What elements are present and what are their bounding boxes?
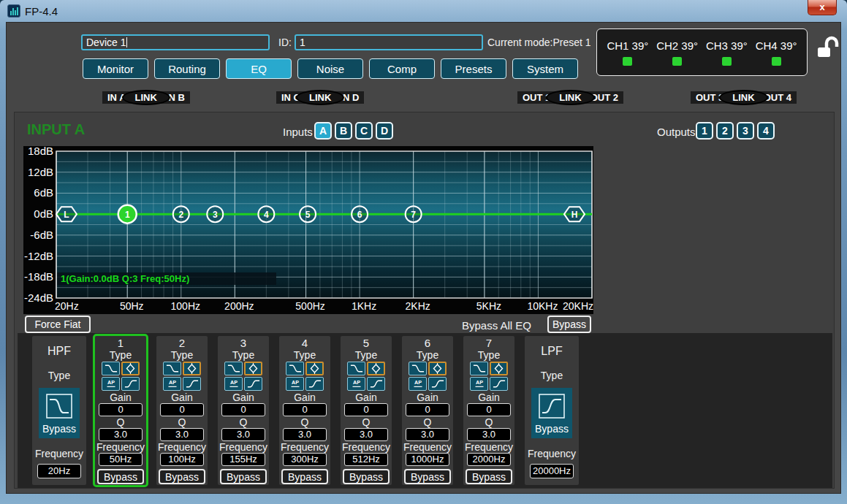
band-frequency-label: Frequency bbox=[463, 441, 514, 453]
link-toggle-button[interactable]: LINK bbox=[546, 90, 594, 105]
tab-noise[interactable]: Noise bbox=[297, 58, 363, 79]
output-select-3[interactable]: 3 bbox=[737, 122, 754, 140]
band-3-type-peak-icon[interactable] bbox=[244, 362, 262, 375]
output-select-1[interactable]: 1 bbox=[696, 122, 713, 140]
close-icon[interactable]: x bbox=[808, 0, 837, 15]
band-type-selector: AP bbox=[162, 362, 202, 391]
band-7-type-highshelf-icon[interactable] bbox=[490, 377, 508, 391]
band-1-type-lowshelf-icon[interactable] bbox=[102, 362, 120, 375]
eq-point-3[interactable]: 3 bbox=[207, 206, 223, 222]
band-3-q-value[interactable]: 3.0 bbox=[221, 428, 265, 441]
title-bar[interactable]: FP-4.4 x bbox=[0, 0, 847, 22]
band-5-q-value[interactable]: 3.0 bbox=[344, 428, 388, 441]
eq-point-7[interactable]: 7 bbox=[406, 206, 422, 222]
band-5-type-allpass-icon[interactable]: AP bbox=[347, 377, 365, 391]
tab-routing[interactable]: Routing bbox=[154, 58, 220, 79]
band-7-q-value[interactable]: 3.0 bbox=[467, 428, 511, 441]
band-6-type-lowshelf-icon[interactable] bbox=[409, 362, 427, 375]
band-2-bypass-button[interactable]: Bypass bbox=[159, 469, 205, 484]
band-2-frequency-value[interactable]: 100Hz bbox=[160, 453, 204, 466]
band-1-type-allpass-icon[interactable]: AP bbox=[102, 377, 120, 391]
eq-point-4[interactable]: 4 bbox=[258, 206, 274, 222]
eq-point-6[interactable]: 6 bbox=[352, 206, 368, 222]
band-4-type-peak-icon[interactable] bbox=[305, 362, 324, 375]
band-5-type-lowshelf-icon[interactable] bbox=[347, 362, 365, 375]
band-1-bypass-button[interactable]: Bypass bbox=[97, 469, 144, 484]
lpf-type-button[interactable]: Bypass bbox=[531, 388, 572, 438]
bypass-all-eq-button[interactable]: Bypass bbox=[547, 316, 591, 333]
band-6-q-value[interactable]: 3.0 bbox=[406, 428, 449, 441]
band-4-type-lowshelf-icon[interactable] bbox=[286, 362, 304, 375]
input-select-c[interactable]: C bbox=[355, 122, 373, 140]
device-name-input[interactable]: Device 1 bbox=[81, 34, 270, 50]
band-2-type-lowshelf-icon[interactable] bbox=[163, 362, 181, 375]
band-2-type-allpass-icon[interactable]: AP bbox=[163, 377, 181, 391]
band-3-bypass-button[interactable]: Bypass bbox=[220, 469, 267, 484]
band-6-bypass-button[interactable]: Bypass bbox=[404, 469, 451, 484]
force-flat-button[interactable]: Force Fiat bbox=[25, 316, 91, 333]
eq-graph[interactable]: 18dB12dB6dB0dB-6dB-12dB-18dB-24dB 20Hz50… bbox=[23, 146, 593, 314]
band-4-q-value[interactable]: 3.0 bbox=[283, 428, 327, 441]
band-7-gain-value[interactable]: 0 bbox=[467, 403, 511, 416]
band-3-type-lowshelf-icon[interactable] bbox=[224, 362, 243, 375]
band-1-gain-value[interactable]: 0 bbox=[99, 403, 143, 416]
input-select-b[interactable]: B bbox=[335, 122, 352, 140]
lock-icon[interactable] bbox=[815, 35, 841, 63]
tab-monitor[interactable]: Monitor bbox=[83, 58, 148, 79]
hpf-type-button[interactable]: Bypass bbox=[39, 388, 80, 438]
eq-point-h[interactable]: H bbox=[564, 207, 585, 221]
band-1-q-value[interactable]: 3.0 bbox=[99, 428, 143, 441]
band-1-type-peak-icon[interactable] bbox=[121, 362, 140, 375]
tab-eq[interactable]: EQ bbox=[226, 58, 292, 79]
band-1-frequency-value[interactable]: 50Hz bbox=[99, 453, 143, 466]
band-5-bypass-button[interactable]: Bypass bbox=[343, 469, 390, 484]
band-7-type-allpass-icon[interactable]: AP bbox=[470, 377, 488, 391]
band-4-type-allpass-icon[interactable]: AP bbox=[286, 377, 304, 391]
band-type-selector: AP bbox=[407, 362, 448, 391]
eq-point-5[interactable]: 5 bbox=[300, 206, 316, 222]
band-3-type-highshelf-icon[interactable] bbox=[244, 377, 262, 391]
band-3-gain-value[interactable]: 0 bbox=[221, 403, 265, 416]
band-5-gain-value[interactable]: 0 bbox=[344, 403, 388, 416]
tab-presets[interactable]: Presets bbox=[441, 58, 506, 79]
eq-point-1[interactable]: 1 bbox=[118, 205, 137, 224]
link-toggle-button[interactable]: LINK bbox=[122, 90, 170, 105]
band-6-type-peak-icon[interactable] bbox=[428, 362, 447, 375]
band-4-bypass-button[interactable]: Bypass bbox=[281, 469, 328, 484]
band-5-frequency-value[interactable]: 512Hz bbox=[344, 453, 388, 466]
band-4-type-highshelf-icon[interactable] bbox=[305, 377, 324, 391]
channel-status-led bbox=[623, 57, 632, 66]
eq-point-2[interactable]: 2 bbox=[173, 206, 189, 222]
band-4-frequency-value[interactable]: 300Hz bbox=[283, 453, 327, 466]
band-6-gain-value[interactable]: 0 bbox=[406, 403, 449, 416]
band-5-type-peak-icon[interactable] bbox=[367, 362, 385, 375]
band-4-gain-value[interactable]: 0 bbox=[283, 403, 327, 416]
band-2-gain-value[interactable]: 0 bbox=[160, 403, 204, 416]
link-toggle-button[interactable]: LINK bbox=[719, 90, 767, 105]
band-7-frequency-value[interactable]: 2000Hz bbox=[467, 453, 511, 466]
hpf-frequency-value[interactable]: 20Hz bbox=[37, 464, 81, 478]
band-2-type-highshelf-icon[interactable] bbox=[183, 377, 201, 391]
output-select-2[interactable]: 2 bbox=[716, 122, 734, 140]
band-3-frequency-value[interactable]: 155Hz bbox=[221, 453, 265, 466]
tab-system[interactable]: System bbox=[512, 58, 578, 79]
band-7-type-peak-icon[interactable] bbox=[490, 362, 508, 375]
band-2-type-peak-icon[interactable] bbox=[183, 362, 201, 375]
band-6-type-highshelf-icon[interactable] bbox=[428, 377, 447, 391]
band-2-q-value[interactable]: 3.0 bbox=[160, 428, 204, 441]
tab-comp[interactable]: Comp bbox=[369, 58, 435, 79]
input-select-d[interactable]: D bbox=[376, 122, 393, 140]
link-toggle-button[interactable]: LINK bbox=[296, 90, 344, 105]
band-5-type-highshelf-icon[interactable] bbox=[367, 377, 385, 391]
band-7-bypass-button[interactable]: Bypass bbox=[466, 469, 512, 484]
band-6-frequency-value[interactable]: 1000Hz bbox=[406, 453, 449, 466]
output-select-4[interactable]: 4 bbox=[757, 122, 775, 140]
eq-point-l[interactable]: L bbox=[56, 207, 77, 221]
input-select-a[interactable]: A bbox=[314, 122, 332, 140]
lpf-frequency-value[interactable]: 20000Hz bbox=[530, 464, 574, 478]
band-7-type-lowshelf-icon[interactable] bbox=[470, 362, 488, 375]
band-6-type-allpass-icon[interactable]: AP bbox=[409, 377, 427, 391]
device-id-input[interactable]: 1 bbox=[295, 34, 483, 50]
band-3-type-allpass-icon[interactable]: AP bbox=[224, 377, 243, 391]
band-1-type-highshelf-icon[interactable] bbox=[121, 377, 140, 391]
